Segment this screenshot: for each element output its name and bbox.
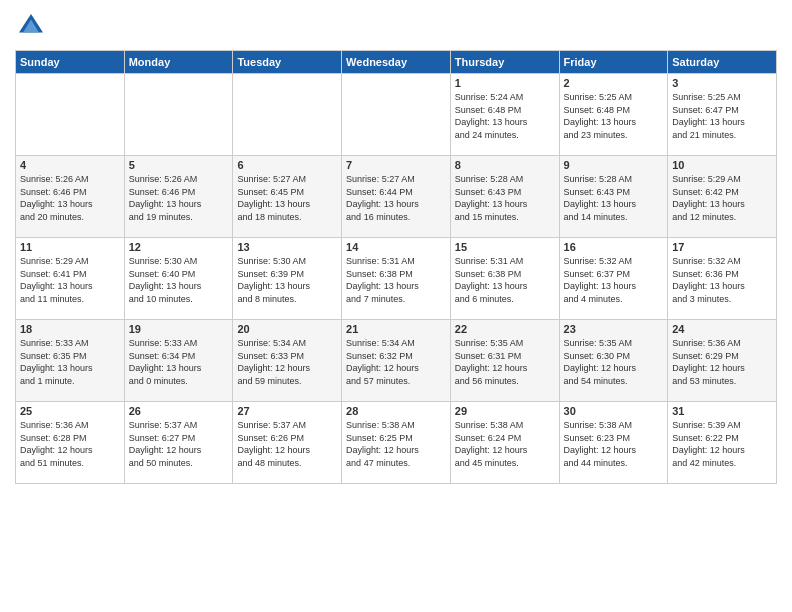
- day-info: Sunrise: 5:32 AM Sunset: 6:37 PM Dayligh…: [564, 255, 664, 305]
- calendar-cell: [124, 74, 233, 156]
- day-info: Sunrise: 5:30 AM Sunset: 6:39 PM Dayligh…: [237, 255, 337, 305]
- calendar-cell: 8Sunrise: 5:28 AM Sunset: 6:43 PM Daylig…: [450, 156, 559, 238]
- calendar-cell: 5Sunrise: 5:26 AM Sunset: 6:46 PM Daylig…: [124, 156, 233, 238]
- day-info: Sunrise: 5:30 AM Sunset: 6:40 PM Dayligh…: [129, 255, 229, 305]
- day-number: 24: [672, 323, 772, 335]
- day-header-sunday: Sunday: [16, 51, 125, 74]
- calendar-cell: 7Sunrise: 5:27 AM Sunset: 6:44 PM Daylig…: [342, 156, 451, 238]
- calendar-cell: 27Sunrise: 5:37 AM Sunset: 6:26 PM Dayli…: [233, 402, 342, 484]
- day-info: Sunrise: 5:28 AM Sunset: 6:43 PM Dayligh…: [455, 173, 555, 223]
- day-number: 7: [346, 159, 446, 171]
- day-number: 19: [129, 323, 229, 335]
- page-container: SundayMondayTuesdayWednesdayThursdayFrid…: [0, 0, 792, 489]
- calendar-cell: 10Sunrise: 5:29 AM Sunset: 6:42 PM Dayli…: [668, 156, 777, 238]
- calendar-cell: [233, 74, 342, 156]
- day-number: 1: [455, 77, 555, 89]
- calendar-cell: 3Sunrise: 5:25 AM Sunset: 6:47 PM Daylig…: [668, 74, 777, 156]
- calendar-week-5: 25Sunrise: 5:36 AM Sunset: 6:28 PM Dayli…: [16, 402, 777, 484]
- calendar-cell: 20Sunrise: 5:34 AM Sunset: 6:33 PM Dayli…: [233, 320, 342, 402]
- day-info: Sunrise: 5:25 AM Sunset: 6:48 PM Dayligh…: [564, 91, 664, 141]
- day-info: Sunrise: 5:31 AM Sunset: 6:38 PM Dayligh…: [346, 255, 446, 305]
- day-header-thursday: Thursday: [450, 51, 559, 74]
- day-info: Sunrise: 5:29 AM Sunset: 6:41 PM Dayligh…: [20, 255, 120, 305]
- day-info: Sunrise: 5:26 AM Sunset: 6:46 PM Dayligh…: [20, 173, 120, 223]
- calendar-cell: 31Sunrise: 5:39 AM Sunset: 6:22 PM Dayli…: [668, 402, 777, 484]
- calendar-cell: 30Sunrise: 5:38 AM Sunset: 6:23 PM Dayli…: [559, 402, 668, 484]
- day-number: 9: [564, 159, 664, 171]
- day-number: 11: [20, 241, 120, 253]
- calendar-cell: 18Sunrise: 5:33 AM Sunset: 6:35 PM Dayli…: [16, 320, 125, 402]
- day-info: Sunrise: 5:26 AM Sunset: 6:46 PM Dayligh…: [129, 173, 229, 223]
- day-number: 15: [455, 241, 555, 253]
- day-info: Sunrise: 5:32 AM Sunset: 6:36 PM Dayligh…: [672, 255, 772, 305]
- day-number: 28: [346, 405, 446, 417]
- day-info: Sunrise: 5:27 AM Sunset: 6:44 PM Dayligh…: [346, 173, 446, 223]
- calendar-cell: 23Sunrise: 5:35 AM Sunset: 6:30 PM Dayli…: [559, 320, 668, 402]
- day-number: 20: [237, 323, 337, 335]
- day-info: Sunrise: 5:35 AM Sunset: 6:31 PM Dayligh…: [455, 337, 555, 387]
- calendar-cell: [16, 74, 125, 156]
- day-number: 21: [346, 323, 446, 335]
- day-info: Sunrise: 5:24 AM Sunset: 6:48 PM Dayligh…: [455, 91, 555, 141]
- calendar-cell: 11Sunrise: 5:29 AM Sunset: 6:41 PM Dayli…: [16, 238, 125, 320]
- day-info: Sunrise: 5:37 AM Sunset: 6:26 PM Dayligh…: [237, 419, 337, 469]
- day-number: 3: [672, 77, 772, 89]
- day-info: Sunrise: 5:27 AM Sunset: 6:45 PM Dayligh…: [237, 173, 337, 223]
- calendar-cell: 6Sunrise: 5:27 AM Sunset: 6:45 PM Daylig…: [233, 156, 342, 238]
- day-number: 29: [455, 405, 555, 417]
- day-number: 31: [672, 405, 772, 417]
- day-info: Sunrise: 5:34 AM Sunset: 6:33 PM Dayligh…: [237, 337, 337, 387]
- day-number: 27: [237, 405, 337, 417]
- calendar-cell: 12Sunrise: 5:30 AM Sunset: 6:40 PM Dayli…: [124, 238, 233, 320]
- calendar-cell: 15Sunrise: 5:31 AM Sunset: 6:38 PM Dayli…: [450, 238, 559, 320]
- day-info: Sunrise: 5:36 AM Sunset: 6:29 PM Dayligh…: [672, 337, 772, 387]
- day-number: 5: [129, 159, 229, 171]
- day-info: Sunrise: 5:38 AM Sunset: 6:24 PM Dayligh…: [455, 419, 555, 469]
- calendar-week-3: 11Sunrise: 5:29 AM Sunset: 6:41 PM Dayli…: [16, 238, 777, 320]
- calendar-cell: [342, 74, 451, 156]
- day-number: 23: [564, 323, 664, 335]
- day-header-friday: Friday: [559, 51, 668, 74]
- calendar-cell: 14Sunrise: 5:31 AM Sunset: 6:38 PM Dayli…: [342, 238, 451, 320]
- day-info: Sunrise: 5:36 AM Sunset: 6:28 PM Dayligh…: [20, 419, 120, 469]
- day-number: 22: [455, 323, 555, 335]
- calendar-week-4: 18Sunrise: 5:33 AM Sunset: 6:35 PM Dayli…: [16, 320, 777, 402]
- day-number: 6: [237, 159, 337, 171]
- calendar-week-2: 4Sunrise: 5:26 AM Sunset: 6:46 PM Daylig…: [16, 156, 777, 238]
- day-number: 14: [346, 241, 446, 253]
- day-number: 16: [564, 241, 664, 253]
- day-number: 30: [564, 405, 664, 417]
- day-info: Sunrise: 5:38 AM Sunset: 6:25 PM Dayligh…: [346, 419, 446, 469]
- day-header-saturday: Saturday: [668, 51, 777, 74]
- day-info: Sunrise: 5:31 AM Sunset: 6:38 PM Dayligh…: [455, 255, 555, 305]
- calendar-cell: 24Sunrise: 5:36 AM Sunset: 6:29 PM Dayli…: [668, 320, 777, 402]
- day-header-wednesday: Wednesday: [342, 51, 451, 74]
- calendar-cell: 9Sunrise: 5:28 AM Sunset: 6:43 PM Daylig…: [559, 156, 668, 238]
- day-info: Sunrise: 5:29 AM Sunset: 6:42 PM Dayligh…: [672, 173, 772, 223]
- day-number: 10: [672, 159, 772, 171]
- calendar-cell: 25Sunrise: 5:36 AM Sunset: 6:28 PM Dayli…: [16, 402, 125, 484]
- day-number: 26: [129, 405, 229, 417]
- day-number: 12: [129, 241, 229, 253]
- day-info: Sunrise: 5:28 AM Sunset: 6:43 PM Dayligh…: [564, 173, 664, 223]
- day-info: Sunrise: 5:39 AM Sunset: 6:22 PM Dayligh…: [672, 419, 772, 469]
- day-number: 8: [455, 159, 555, 171]
- calendar-cell: 29Sunrise: 5:38 AM Sunset: 6:24 PM Dayli…: [450, 402, 559, 484]
- day-number: 18: [20, 323, 120, 335]
- page-header: [15, 10, 777, 42]
- day-header-tuesday: Tuesday: [233, 51, 342, 74]
- day-info: Sunrise: 5:34 AM Sunset: 6:32 PM Dayligh…: [346, 337, 446, 387]
- calendar-cell: 28Sunrise: 5:38 AM Sunset: 6:25 PM Dayli…: [342, 402, 451, 484]
- day-header-monday: Monday: [124, 51, 233, 74]
- logo-icon: [15, 10, 47, 42]
- calendar-cell: 4Sunrise: 5:26 AM Sunset: 6:46 PM Daylig…: [16, 156, 125, 238]
- calendar-cell: 17Sunrise: 5:32 AM Sunset: 6:36 PM Dayli…: [668, 238, 777, 320]
- day-info: Sunrise: 5:38 AM Sunset: 6:23 PM Dayligh…: [564, 419, 664, 469]
- day-info: Sunrise: 5:33 AM Sunset: 6:35 PM Dayligh…: [20, 337, 120, 387]
- calendar-cell: 22Sunrise: 5:35 AM Sunset: 6:31 PM Dayli…: [450, 320, 559, 402]
- day-info: Sunrise: 5:25 AM Sunset: 6:47 PM Dayligh…: [672, 91, 772, 141]
- logo: [15, 10, 51, 42]
- day-number: 2: [564, 77, 664, 89]
- calendar-cell: 13Sunrise: 5:30 AM Sunset: 6:39 PM Dayli…: [233, 238, 342, 320]
- calendar-cell: 16Sunrise: 5:32 AM Sunset: 6:37 PM Dayli…: [559, 238, 668, 320]
